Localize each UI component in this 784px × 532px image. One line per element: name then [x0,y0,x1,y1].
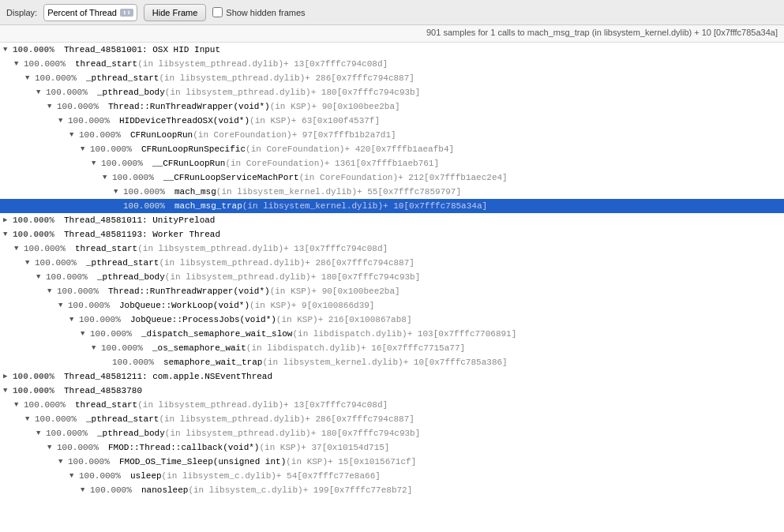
toggle-icon[interactable]: ▼ [58,299,66,312]
tree-row[interactable]: ▼100.000% _os_semaphore_wait (in libdisp… [0,341,784,355]
tree-row[interactable]: ▼100.000% HIDDeviceThreadOSX(void*) (in … [0,114,784,128]
library-info: (in libsystem_pthread.dylib) [159,72,305,84]
tree-row[interactable]: ▶100.000% Thread_48581211: com.apple.NSE… [0,369,784,384]
percent-value: 100.000% [90,328,141,340]
tree-row[interactable]: ▼100.000% JobQueue::ProcessJobs(void*) (… [0,313,784,327]
toggle-icon[interactable]: ▼ [58,114,66,127]
tree-row[interactable]: ▼100.000% __CFRunLoopRun (in CoreFoundat… [0,156,784,170]
address-value: [0x7fffc794c08d] [304,242,388,255]
tree-row[interactable]: ▶100.000% Thread_48581011: UnityPreload [0,213,784,227]
symbol-name: __CFRunLoopRun [152,157,225,170]
library-info: (in libsystem_pthread.dylib) [137,242,283,255]
tree-row[interactable]: ▼100.000% _pthread_body (in libsystem_pt… [0,426,784,440]
toggle-icon[interactable]: ▼ [25,413,33,425]
tree-row[interactable]: ▼100.000% _pthread_start (in libsystem_p… [0,256,784,270]
tree-row[interactable]: ▼100.000% Thread::RunThreadWrapper(void*… [0,99,784,114]
symbol-name: thread_start [75,399,137,411]
toggle-icon[interactable]: ▼ [92,342,99,354]
library-info: (in KSP) [270,100,312,113]
tree-row[interactable]: ▼100.000% FMOD::Thread::callback(void*) … [0,440,784,455]
toggle-icon[interactable]: ▶ [3,370,11,383]
toggle-icon[interactable]: ▼ [69,313,77,326]
address-value: [0x7fffc785a34a] [403,200,487,212]
toggle-icon[interactable]: ▼ [47,285,55,298]
tree-row[interactable]: ▼100.000% FMOD_OS_Time_Sleep(unsigned in… [0,455,784,469]
tree-row[interactable]: ▼100.000% usleep (in libsystem_c.dylib) … [0,469,784,483]
status-text: 901 samples for 1 calls to mach_msg_trap… [426,28,778,37]
tree-row[interactable]: ▼100.000% thread_start (in libsystem_pth… [0,57,784,71]
library-info: (in libsystem_c.dylib) [188,484,302,496]
toggle-icon[interactable]: ▼ [47,100,55,113]
toggle-icon[interactable]: ▶ [3,214,11,227]
library-info: (in libsystem_pthread.dylib) [159,413,305,425]
toggle-icon[interactable]: ▼ [3,228,11,241]
toggle-icon[interactable]: ▼ [14,242,22,255]
toggle-icon[interactable]: ▼ [36,271,44,283]
toggle-icon[interactable]: ▼ [92,157,99,170]
tree-row[interactable]: ▼100.000% JobQueue::WorkLoop(void*) (in … [0,298,784,313]
percent-value: 100.000% [79,129,130,141]
toggle-icon[interactable]: ▼ [114,185,122,198]
library-info: (in KSP) [249,114,291,127]
address-value: [0x7fffb1aec2e4] [424,171,508,184]
tree-row[interactable]: ▼100.000% Thread_48581001: OSX HID Input [0,43,784,57]
symbol-name: Thread::RunThreadWrapper(void*) [108,285,270,298]
toggle-icon[interactable]: ▼ [3,43,11,56]
tree-row[interactable]: ▼100.000% CFRunLoopRun (in CoreFoundatio… [0,128,784,142]
toggle-icon[interactable]: ▼ [25,257,33,269]
hide-frame-button[interactable]: Hide Frame [144,4,206,21]
library-info: (in libsystem_pthread.dylib) [165,271,311,283]
library-info: (in libsystem_kernel.dylib) [262,356,403,369]
toggle-icon[interactable]: ▼ [25,72,33,84]
offset-value: + 103 [407,328,433,340]
toggle-icon[interactable]: ▼ [36,86,44,99]
toggle-icon[interactable]: ▼ [69,129,77,141]
toggle-icon[interactable]: ▼ [14,58,22,70]
tree-container[interactable]: ▼100.000% Thread_48581001: OSX HID Input… [0,43,784,532]
percent-value: 100.000% [13,370,64,383]
toggle-icon[interactable]: ▼ [81,328,88,340]
library-info: (in libsystem_kernel.dylib) [242,200,383,212]
tree-row[interactable]: ▼100.000% Thread_48583780 [0,384,784,398]
address-value: [0x7fffc7706891] [433,328,517,340]
toggle-icon[interactable]: ▼ [58,455,66,468]
offset-value: + 9 [291,299,307,312]
tree-row[interactable]: ▼100.000% Thread::RunThreadWrapper(void*… [0,284,784,298]
symbol-name: thread_start [75,58,137,70]
tree-row[interactable]: ▼100.000% _dispatch_semaphore_wait_slow … [0,327,784,341]
tree-row[interactable]: ▼100.000% _pthread_start (in libsystem_p… [0,412,784,426]
tree-row[interactable]: ▼100.000% CFRunLoopRunSpecific (in CoreF… [0,142,784,156]
display-select[interactable]: Percent of Thread ⬆⬇ [43,4,137,21]
address-value: [0x100bee2ba] [332,285,400,298]
symbol-name: _os_semaphore_wait [152,342,246,354]
tree-row[interactable]: 100.000% mach_msg_trap (in libsystem_ker… [0,199,784,213]
library-info: (in libsystem_pthread.dylib) [159,257,305,269]
library-info: (in libsystem_pthread.dylib) [165,427,311,440]
tree-row[interactable]: 100.000% semaphore_wait_trap (in libsyst… [0,355,784,369]
tree-row[interactable]: ▼100.000% thread_start (in libsystem_pth… [0,242,784,256]
tree-row[interactable]: ▼100.000% _pthread_body (in libsystem_pt… [0,270,784,284]
symbol-name: semaphore_wait_trap [163,356,262,369]
tree-row[interactable]: ▼100.000% _pthread_start (in libsystem_p… [0,71,784,85]
display-label: Display: [6,8,37,17]
show-hidden-checkbox[interactable] [212,7,223,17]
toggle-icon[interactable]: ▼ [103,171,111,184]
toggle-icon[interactable]: ▼ [14,399,22,411]
toggle-icon[interactable]: ▼ [81,484,88,496]
percent-value: 100.000% [90,484,141,496]
tree-row[interactable]: ▼100.000% mach_msg (in libsystem_kernel.… [0,185,784,199]
offset-value: + 216 [318,313,344,326]
toggle-icon[interactable]: ▼ [3,384,11,397]
tree-row[interactable]: ▼100.000% nanosleep (in libsystem_c.dyli… [0,483,784,497]
symbol-name: HIDDeviceThreadOSX(void*) [119,114,249,127]
toggle-icon[interactable]: ▼ [81,143,88,155]
tree-row[interactable]: ▼100.000% Thread_48581193: Worker Thread [0,227,784,242]
toggle-icon[interactable]: ▼ [47,441,55,454]
address-value: [0x100bee2ba] [332,100,400,113]
tree-row[interactable]: ▼100.000% __CFRunLoopServiceMachPort (in… [0,170,784,185]
tree-row[interactable]: ▼100.000% _pthread_body (in libsystem_pt… [0,85,784,99]
tree-row[interactable]: ▼100.000% thread_start (in libsystem_pth… [0,398,784,412]
toggle-icon[interactable]: ▼ [69,470,77,482]
toggle-icon[interactable]: ▼ [36,427,44,440]
percent-value: 100.000% [13,228,64,241]
